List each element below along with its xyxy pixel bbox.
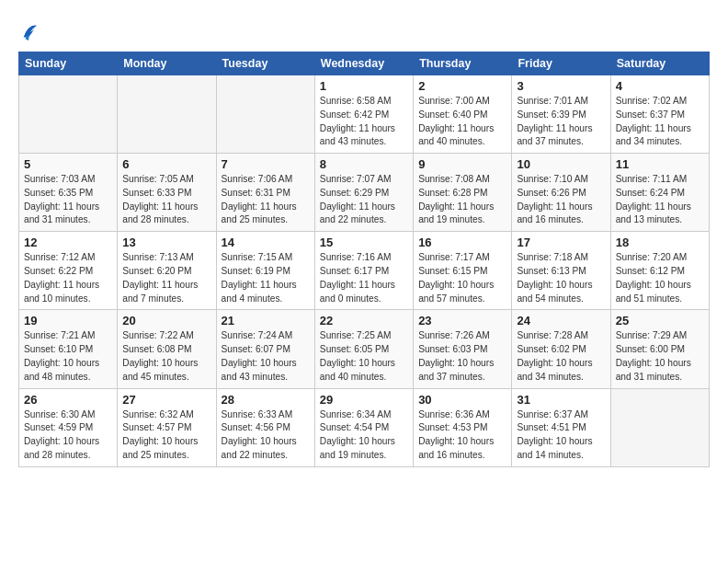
- day-number: 14: [222, 236, 310, 249]
- calendar-cell: 11Sunrise: 7:11 AMSunset: 6:24 PMDayligh…: [610, 154, 709, 232]
- calendar-cell: 23Sunrise: 7:26 AMSunset: 6:03 PMDayligh…: [414, 310, 512, 388]
- day-number: 11: [616, 157, 704, 171]
- day-number: 10: [517, 157, 605, 171]
- weekday-header-tuesday: Tuesday: [216, 52, 314, 75]
- day-number: 3: [517, 79, 605, 93]
- day-info: Sunrise: 7:12 AMSunset: 6:22 PMDaylight:…: [24, 251, 112, 305]
- calendar-cell: 10Sunrise: 7:10 AMSunset: 6:26 PMDayligh…: [512, 154, 610, 232]
- day-info: Sunrise: 7:10 AMSunset: 6:26 PMDaylight:…: [517, 173, 605, 227]
- weekday-header-sunday: Sunday: [19, 52, 118, 75]
- day-info: Sunrise: 7:20 AMSunset: 6:12 PMDaylight:…: [616, 251, 704, 305]
- calendar-cell: 5Sunrise: 7:03 AMSunset: 6:35 PMDaylight…: [19, 154, 118, 232]
- calendar-cell: 2Sunrise: 7:00 AMSunset: 6:40 PMDaylight…: [414, 75, 512, 154]
- logo: [18, 22, 37, 42]
- calendar-cell: 25Sunrise: 7:29 AMSunset: 6:00 PMDayligh…: [610, 310, 709, 388]
- calendar-cell: 6Sunrise: 7:05 AMSunset: 6:33 PMDaylight…: [118, 154, 216, 232]
- calendar-cell: 7Sunrise: 7:06 AMSunset: 6:31 PMDaylight…: [216, 154, 314, 232]
- calendar-cell: 13Sunrise: 7:13 AMSunset: 6:20 PMDayligh…: [118, 232, 216, 310]
- day-info: Sunrise: 7:05 AMSunset: 6:33 PMDaylight:…: [122, 173, 210, 227]
- calendar-cell: 30Sunrise: 6:36 AMSunset: 4:53 PMDayligh…: [414, 388, 512, 466]
- calendar-header-row: SundayMondayTuesdayWednesdayThursdayFrid…: [19, 52, 710, 75]
- day-number: 29: [320, 393, 408, 407]
- calendar-cell: 31Sunrise: 6:37 AMSunset: 4:51 PMDayligh…: [512, 388, 610, 466]
- day-info: Sunrise: 6:36 AMSunset: 4:53 PMDaylight:…: [418, 408, 506, 463]
- calendar-week-row: 19Sunrise: 7:21 AMSunset: 6:10 PMDayligh…: [19, 310, 710, 388]
- day-info: Sunrise: 7:29 AMSunset: 6:00 PMDaylight:…: [616, 329, 704, 384]
- calendar-cell: 12Sunrise: 7:12 AMSunset: 6:22 PMDayligh…: [19, 232, 118, 310]
- day-info: Sunrise: 6:33 AMSunset: 4:56 PMDaylight:…: [222, 408, 310, 463]
- calendar-cell: 29Sunrise: 6:34 AMSunset: 4:54 PMDayligh…: [314, 388, 413, 466]
- calendar-cell: 9Sunrise: 7:08 AMSunset: 6:28 PMDaylight…: [414, 154, 512, 232]
- day-info: Sunrise: 7:17 AMSunset: 6:15 PMDaylight:…: [418, 251, 506, 305]
- day-number: 18: [616, 236, 704, 249]
- day-info: Sunrise: 7:15 AMSunset: 6:19 PMDaylight:…: [222, 251, 310, 305]
- calendar-cell: [19, 75, 118, 154]
- calendar-cell: 28Sunrise: 6:33 AMSunset: 4:56 PMDayligh…: [216, 388, 314, 466]
- day-number: 28: [222, 393, 310, 407]
- calendar-cell: 26Sunrise: 6:30 AMSunset: 4:59 PMDayligh…: [19, 388, 118, 466]
- weekday-header-monday: Monday: [118, 52, 216, 75]
- calendar-cell: 24Sunrise: 7:28 AMSunset: 6:02 PMDayligh…: [512, 310, 610, 388]
- day-info: Sunrise: 6:32 AMSunset: 4:57 PMDaylight:…: [122, 408, 210, 463]
- day-number: 1: [320, 79, 408, 93]
- day-info: Sunrise: 7:26 AMSunset: 6:03 PMDaylight:…: [418, 329, 506, 384]
- calendar-cell: 16Sunrise: 7:17 AMSunset: 6:15 PMDayligh…: [414, 232, 512, 310]
- day-info: Sunrise: 7:28 AMSunset: 6:02 PMDaylight:…: [517, 329, 605, 384]
- calendar-cell: 4Sunrise: 7:02 AMSunset: 6:37 PMDaylight…: [610, 75, 709, 154]
- calendar-page: SundayMondayTuesdayWednesdayThursdayFrid…: [0, 0, 728, 481]
- day-number: 9: [418, 157, 506, 171]
- day-number: 13: [122, 236, 210, 249]
- weekday-header-wednesday: Wednesday: [314, 52, 413, 75]
- calendar-cell: 3Sunrise: 7:01 AMSunset: 6:39 PMDaylight…: [512, 75, 610, 154]
- calendar-cell: [216, 75, 314, 154]
- calendar-week-row: 5Sunrise: 7:03 AMSunset: 6:35 PMDaylight…: [19, 154, 710, 232]
- day-number: 26: [24, 393, 112, 407]
- day-info: Sunrise: 6:30 AMSunset: 4:59 PMDaylight:…: [24, 408, 112, 463]
- day-number: 19: [24, 314, 112, 327]
- day-info: Sunrise: 7:25 AMSunset: 6:05 PMDaylight:…: [320, 329, 408, 384]
- day-info: Sunrise: 7:08 AMSunset: 6:28 PMDaylight:…: [418, 173, 506, 227]
- day-number: 17: [517, 236, 605, 249]
- calendar-cell: 19Sunrise: 7:21 AMSunset: 6:10 PMDayligh…: [19, 310, 118, 388]
- day-info: Sunrise: 7:22 AMSunset: 6:08 PMDaylight:…: [122, 329, 210, 384]
- calendar-cell: 22Sunrise: 7:25 AMSunset: 6:05 PMDayligh…: [314, 310, 413, 388]
- calendar-week-row: 26Sunrise: 6:30 AMSunset: 4:59 PMDayligh…: [19, 388, 710, 466]
- calendar-week-row: 1Sunrise: 6:58 AMSunset: 6:42 PMDaylight…: [19, 75, 710, 154]
- day-info: Sunrise: 6:34 AMSunset: 4:54 PMDaylight:…: [320, 408, 408, 463]
- calendar-cell: 18Sunrise: 7:20 AMSunset: 6:12 PMDayligh…: [610, 232, 709, 310]
- day-number: 5: [24, 157, 112, 171]
- weekday-header-friday: Friday: [512, 52, 610, 75]
- day-number: 22: [320, 314, 408, 327]
- day-number: 2: [418, 79, 506, 93]
- day-number: 8: [320, 157, 408, 171]
- day-number: 24: [517, 314, 605, 327]
- weekday-header-thursday: Thursday: [414, 52, 512, 75]
- day-number: 15: [320, 236, 408, 249]
- header: [18, 18, 710, 42]
- calendar-cell: 21Sunrise: 7:24 AMSunset: 6:07 PMDayligh…: [216, 310, 314, 388]
- day-info: Sunrise: 6:37 AMSunset: 4:51 PMDaylight:…: [517, 408, 605, 463]
- calendar-cell: 20Sunrise: 7:22 AMSunset: 6:08 PMDayligh…: [118, 310, 216, 388]
- day-number: 31: [517, 393, 605, 407]
- day-info: Sunrise: 7:16 AMSunset: 6:17 PMDaylight:…: [320, 251, 408, 305]
- day-number: 30: [418, 393, 506, 407]
- day-info: Sunrise: 7:03 AMSunset: 6:35 PMDaylight:…: [24, 173, 112, 227]
- day-number: 12: [24, 236, 112, 249]
- day-info: Sunrise: 7:01 AMSunset: 6:39 PMDaylight:…: [517, 95, 605, 149]
- calendar-cell: 1Sunrise: 6:58 AMSunset: 6:42 PMDaylight…: [314, 75, 413, 154]
- day-number: 23: [418, 314, 506, 327]
- calendar-week-row: 12Sunrise: 7:12 AMSunset: 6:22 PMDayligh…: [19, 232, 710, 310]
- day-number: 27: [122, 393, 210, 407]
- weekday-header-saturday: Saturday: [610, 52, 709, 75]
- day-info: Sunrise: 7:24 AMSunset: 6:07 PMDaylight:…: [222, 329, 310, 384]
- day-info: Sunrise: 7:02 AMSunset: 6:37 PMDaylight:…: [616, 95, 704, 149]
- calendar-cell: 8Sunrise: 7:07 AMSunset: 6:29 PMDaylight…: [314, 154, 413, 232]
- day-number: 16: [418, 236, 506, 249]
- day-number: 21: [222, 314, 310, 327]
- calendar-cell: 27Sunrise: 6:32 AMSunset: 4:57 PMDayligh…: [118, 388, 216, 466]
- day-number: 4: [616, 79, 704, 93]
- logo-bird-icon: [20, 22, 37, 42]
- day-info: Sunrise: 7:21 AMSunset: 6:10 PMDaylight:…: [24, 329, 112, 384]
- day-info: Sunrise: 6:58 AMSunset: 6:42 PMDaylight:…: [320, 95, 408, 149]
- day-info: Sunrise: 7:18 AMSunset: 6:13 PMDaylight:…: [517, 251, 605, 305]
